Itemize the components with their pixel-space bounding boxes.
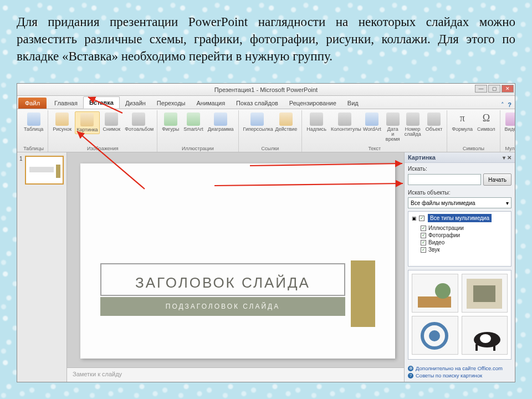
close-button[interactable]: ✕ (502, 85, 514, 93)
tree-item-illustrations[interactable]: Иллюстрации (408, 224, 511, 232)
slide-subtitle-text: ПОДЗАГОЛОВОК СЛАЙДА (166, 303, 280, 310)
btn-picture[interactable]: Рисунок (52, 111, 73, 133)
tree-item-video[interactable]: Видео (408, 239, 511, 246)
clipart-footer: ⊕Дополнительно на сайте Office.com ?Сове… (405, 362, 515, 382)
btn-symbol[interactable]: ΩСимвол (476, 111, 496, 133)
btn-textbox[interactable]: Надпись (305, 111, 328, 133)
notes-pane[interactable]: Заметки к слайду (67, 367, 404, 382)
group-links: Гиперссылка Действие Ссылки (239, 110, 303, 152)
ribbon-collapse-icon[interactable]: ˄ (501, 101, 504, 109)
clipart-result-4[interactable] (462, 316, 508, 355)
media-type-value: Все файлы мультимедиа (411, 200, 475, 206)
window-titlebar: Презентация1 - Microsoft PowerPoint — ▢ … (17, 84, 515, 96)
window-title: Презентация1 - Microsoft PowerPoint (214, 86, 318, 93)
datetime-icon (386, 112, 400, 126)
svg-rect-8 (475, 344, 478, 351)
group-text: Надпись Колонтитулы WordArt Дата и время… (302, 110, 447, 152)
slide-title-text: ЗАГОЛОВОК СЛАЙДА (107, 274, 339, 291)
clipart-task-pane: Картинка ▾ ✕ Искать: Начать Искать объек… (404, 152, 515, 382)
slide-editor: ЗАГОЛОВОК СЛАЙДА ПОДЗАГОЛОВОК СЛАЙДА Зам… (67, 152, 404, 382)
btn-equation[interactable]: πФормула (451, 111, 474, 133)
work-area: 1 ЗАГОЛОВОК СЛАЙДА ПОДЗАГОЛОВОК СЛАЙДА (17, 152, 515, 382)
video-icon (505, 112, 515, 126)
slide-title-placeholder[interactable]: ЗАГОЛОВОК СЛАЙДА (100, 263, 345, 296)
tree-root[interactable]: Все типы мультимедиа (428, 214, 492, 222)
clipart-icon (80, 113, 94, 126)
tab-animation[interactable]: Анимация (191, 98, 231, 109)
checkbox-icon[interactable] (419, 216, 424, 221)
tab-insert[interactable]: Вставка (83, 96, 120, 109)
btn-datetime[interactable]: Дата и время (385, 111, 401, 143)
btn-smartart[interactable]: SmartArt (182, 111, 204, 133)
ribbon-insert: Таблица Таблицы Рисунок Картинка Снимок … (17, 109, 515, 152)
group-title-symbols: Символы (451, 146, 496, 152)
group-title-illustrations: Иллюстрации (161, 146, 234, 152)
chart-icon (214, 112, 227, 126)
clipart-result-1[interactable] (412, 274, 458, 313)
btn-video[interactable]: Видео (504, 111, 515, 133)
search-start-button[interactable]: Начать (483, 173, 511, 186)
svg-point-7 (480, 334, 491, 343)
objects-label: Искать объекты: (408, 190, 511, 196)
search-label: Искать: (408, 166, 511, 172)
tab-transitions[interactable]: Переходы (151, 98, 191, 109)
btn-wordart[interactable]: WordArt (362, 111, 382, 133)
tab-design[interactable]: Дизайн (120, 98, 151, 109)
group-illustrations: Фигуры SmartArt Диаграмма Иллюстрации (157, 110, 238, 152)
headerfooter-icon (338, 112, 351, 126)
group-title-media: Мультимедиа (504, 146, 515, 152)
footer-link-tips[interactable]: ?Советы по поиску картинок (408, 372, 511, 378)
btn-object[interactable]: Объект (424, 111, 444, 133)
clipart-result-2[interactable] (462, 274, 508, 313)
album-icon (132, 112, 145, 126)
btn-screenshot[interactable]: Снимок (102, 111, 122, 133)
screenshot-icon (105, 112, 118, 126)
maximize-button[interactable]: ▢ (488, 85, 500, 93)
svg-point-1 (435, 283, 451, 299)
help-icon: ? (408, 373, 413, 378)
tab-view[interactable]: Вид (342, 98, 364, 109)
group-images: Рисунок Картинка Снимок Фотоальбом Изобр… (48, 110, 157, 152)
object-icon (427, 112, 441, 126)
group-title-text: Текст (305, 146, 443, 152)
btn-clipart[interactable]: Картинка (75, 111, 99, 134)
btn-action[interactable]: Действие (274, 111, 299, 133)
slide-canvas[interactable]: ЗАГОЛОВОК СЛАЙДА ПОДЗАГОЛОВОК СЛАЙДА (67, 152, 404, 367)
chevron-down-icon: ▾ (506, 200, 509, 206)
slide-subtitle-placeholder[interactable]: ПОДЗАГОЛОВОК СЛАЙДА (100, 297, 345, 316)
tab-file[interactable]: Файл (18, 98, 47, 109)
footer-link-office[interactable]: ⊕Дополнительно на сайте Office.com (408, 365, 511, 371)
btn-chart[interactable]: Диаграмма (207, 111, 235, 133)
group-media: Видео Звук Мультимедиа (500, 110, 515, 152)
tab-slideshow[interactable]: Показ слайдов (231, 98, 284, 109)
slide: ЗАГОЛОВОК СЛАЙДА ПОДЗАГОЛОВОК СЛАЙДА (80, 163, 395, 359)
tab-review[interactable]: Рецензирование (284, 98, 342, 109)
btn-slidenum[interactable]: Номер слайда (403, 111, 422, 138)
picture-icon (55, 112, 69, 126)
tree-item-photos[interactable]: Фотографии (408, 232, 511, 239)
equation-icon: π (456, 112, 469, 126)
group-tables: Таблица Таблицы (19, 110, 48, 152)
tree-item-audio[interactable]: Звук (408, 246, 511, 253)
wordart-icon (365, 112, 378, 126)
btn-table[interactable]: Таблица (23, 111, 44, 133)
svg-rect-0 (418, 296, 451, 308)
shapes-icon (164, 112, 177, 126)
svg-point-5 (429, 330, 440, 341)
btn-album[interactable]: Фотоальбом (124, 111, 154, 133)
btn-hyperlink[interactable]: Гиперссылка (242, 111, 272, 133)
svg-rect-9 (493, 344, 495, 351)
link-icon (250, 112, 264, 126)
btn-shapes[interactable]: Фигуры (161, 111, 180, 133)
btn-headerfooter[interactable]: Колонтитулы (330, 111, 360, 133)
tab-home[interactable]: Главная (49, 98, 83, 109)
clipart-pane-close-icon[interactable]: ▾ ✕ (503, 155, 511, 161)
minimize-button[interactable]: — (475, 85, 487, 93)
media-type-select[interactable]: Все файлы мультимедиа ▾ (408, 197, 511, 208)
help-icon[interactable]: ? (508, 101, 511, 109)
thumb-number: 1 (19, 156, 23, 162)
clipart-result-3[interactable] (412, 316, 458, 355)
slide-thumbnail-1[interactable] (25, 156, 64, 185)
search-input[interactable] (408, 174, 481, 185)
media-type-tree[interactable]: ▣ Все типы мультимедиа Иллюстрации Фотог… (408, 211, 511, 267)
